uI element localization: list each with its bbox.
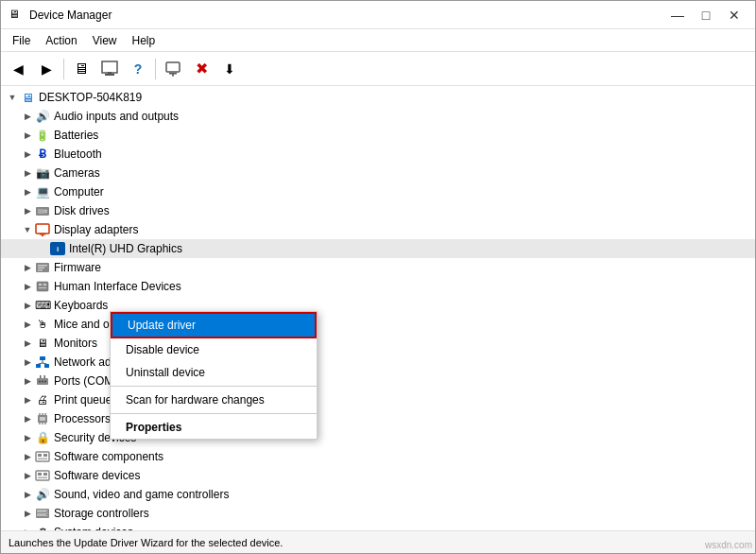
network-icon: [35, 355, 50, 370]
expand-batteries[interactable]: ▶: [20, 128, 35, 143]
monitor-icon: 🖥: [35, 336, 50, 351]
tree-item-cameras[interactable]: ▶ 📷 Cameras: [1, 164, 755, 182]
svg-rect-7: [38, 209, 43, 214]
expand-human[interactable]: ▶: [20, 279, 35, 294]
tree-item-software-comp[interactable]: ▶ Software components: [1, 447, 755, 466]
context-menu-uninstall[interactable]: Uninstall device: [111, 361, 317, 384]
svg-rect-0: [102, 61, 117, 73]
context-menu-scan[interactable]: Scan for hardware changes: [111, 389, 317, 411]
expand-root[interactable]: ▼: [5, 90, 20, 105]
context-menu-update-driver[interactable]: Update driver: [111, 312, 317, 338]
tree-label-batteries: Batteries: [54, 129, 98, 142]
menu-file[interactable]: File: [5, 32, 38, 49]
svg-rect-4: [169, 73, 177, 75]
expand-computer[interactable]: ▶: [20, 184, 35, 199]
sound-icon: 🔊: [35, 487, 50, 502]
tree-label-bluetooth: Bluetooth: [54, 147, 102, 161]
expand-print[interactable]: ▶: [20, 392, 35, 407]
svg-rect-20: [39, 287, 46, 288]
toolbar: ◀ ▶ 🖥 ? ✖ ⬇: [1, 52, 755, 86]
svg-rect-2: [108, 72, 112, 74]
tree-label-software-comp: Software components: [54, 450, 163, 463]
expand-sound[interactable]: ▶: [20, 487, 35, 502]
device-manager-window: 🖥 Device Manager — □ ✕ File Action View …: [0, 0, 756, 554]
context-menu-properties[interactable]: Properties: [111, 416, 317, 439]
tree-root[interactable]: ▼ 🖥 DESKTOP-504K819: [1, 88, 755, 107]
tree-label-firmware: Firmware: [54, 261, 101, 274]
expand-processors[interactable]: ▶: [20, 411, 35, 426]
tree-item-software-dev[interactable]: ▶ Software devices: [1, 466, 755, 485]
toolbar-forward[interactable]: ▶: [33, 56, 60, 82]
context-menu-sep-1: [111, 386, 317, 387]
menu-view[interactable]: View: [85, 32, 125, 49]
expand-mice[interactable]: ▶: [20, 317, 35, 332]
expand-audio[interactable]: ▶: [20, 109, 35, 124]
expand-keyboard[interactable]: ▶: [20, 298, 35, 313]
svg-rect-42: [38, 454, 42, 457]
processor-icon: [35, 411, 50, 426]
expand-security[interactable]: ▶: [20, 430, 35, 445]
tree-label-cameras: Cameras: [54, 166, 100, 180]
expand-cameras[interactable]: ▶: [20, 165, 35, 181]
tree-item-disk[interactable]: ▶ Disk drives: [1, 201, 755, 220]
expand-system[interactable]: ▶: [20, 525, 35, 530]
tree-item-sound[interactable]: ▶ 🔊 Sound, video and game controllers: [1, 485, 755, 504]
tree-item-audio[interactable]: ▶ 🔊 Audio inputs and outputs: [1, 107, 755, 126]
tree-label-display: Display adapters: [54, 223, 138, 236]
expand-ports[interactable]: ▶: [20, 373, 35, 389]
minimize-button[interactable]: —: [664, 5, 691, 26]
disk-icon: [35, 203, 50, 218]
expand-firmware[interactable]: ▶: [20, 260, 35, 275]
tree-item-batteries[interactable]: ▶ 🔋 Batteries: [1, 126, 755, 145]
context-menu: Update driver Disable device Uninstall d…: [110, 311, 318, 440]
window-controls: — □ ✕: [664, 5, 747, 26]
status-text: Launches the Update Driver Wizard for th…: [9, 537, 283, 548]
tree-panel[interactable]: ▼ 🖥 DESKTOP-504K819 ▶ 🔊 Audio inputs and…: [1, 86, 755, 530]
toolbar-help[interactable]: ?: [125, 56, 151, 82]
expand-monitors[interactable]: ▶: [20, 336, 35, 351]
tree-item-human[interactable]: ▶ Human Interface Devices: [1, 277, 755, 296]
camera-icon: 📷: [35, 165, 50, 181]
toolbar-sep-2: [155, 59, 156, 79]
toolbar-back[interactable]: ◀: [5, 56, 31, 82]
title-bar: 🖥 Device Manager — □ ✕: [1, 1, 755, 29]
expand-storage[interactable]: ▶: [20, 506, 35, 521]
toolbar-delete[interactable]: ✖: [188, 56, 215, 82]
expand-software-comp[interactable]: ▶: [20, 449, 35, 464]
svg-rect-43: [43, 454, 47, 457]
tree-label-system: System devices: [54, 526, 133, 530]
expand-bluetooth[interactable]: ▶: [20, 147, 35, 162]
tree-item-computer[interactable]: ▶ 💻 Computer: [1, 182, 755, 201]
tree-item-storage[interactable]: ▶ Storage controllers: [1, 504, 755, 523]
tree-item-firmware[interactable]: ▶ Firmware: [1, 258, 755, 277]
svg-rect-17: [37, 282, 48, 291]
app-icon: 🖥: [9, 8, 24, 23]
context-menu-disable[interactable]: Disable device: [111, 338, 317, 361]
svg-rect-3: [166, 62, 180, 72]
expand-display[interactable]: ▼: [20, 222, 35, 237]
toolbar-scan-hw[interactable]: ⬇: [216, 56, 243, 82]
expand-disk[interactable]: ▶: [20, 203, 35, 218]
toolbar-scan[interactable]: [160, 56, 186, 82]
svg-line-26: [43, 363, 47, 364]
svg-point-9: [44, 211, 46, 213]
watermark: wsxdn.com: [705, 540, 752, 550]
tree-label-monitors: Monitors: [54, 337, 97, 350]
maximize-button[interactable]: □: [693, 5, 719, 26]
expand-software-dev[interactable]: ▶: [20, 468, 35, 483]
close-button[interactable]: ✕: [721, 5, 747, 26]
tree-item-system[interactable]: ▶ ⚙ System devices: [1, 523, 755, 530]
toolbar-update-driver[interactable]: [96, 56, 123, 82]
system-icon: ⚙: [35, 525, 50, 530]
toolbar-properties[interactable]: 🖥: [68, 56, 94, 82]
tree-label-computer: Computer: [54, 185, 104, 199]
menu-help[interactable]: Help: [125, 32, 163, 49]
tree-item-display[interactable]: ▼ Display adapters: [1, 220, 755, 239]
tree-item-bluetooth[interactable]: ▶ Ƀ Bluetooth: [1, 145, 755, 164]
svg-rect-12: [42, 235, 43, 237]
menu-action[interactable]: Action: [38, 32, 84, 49]
mice-icon: 🖱: [35, 317, 50, 332]
expand-network[interactable]: ▶: [20, 355, 35, 370]
svg-rect-19: [43, 284, 46, 286]
tree-item-intel[interactable]: i Intel(R) UHD Graphics: [1, 239, 755, 258]
